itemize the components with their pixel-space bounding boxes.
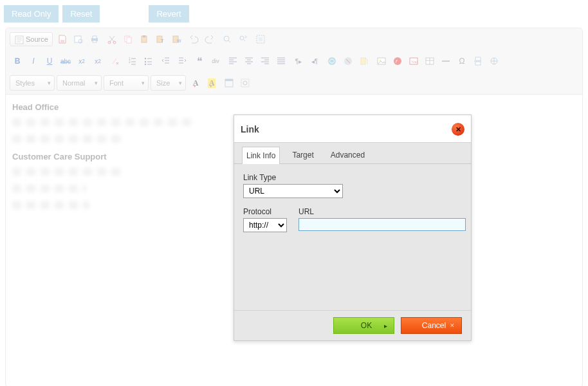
horizontal-rule-icon[interactable] <box>438 53 454 69</box>
embed-icon[interactable]: You <box>406 53 421 69</box>
head-office-heading: Head Office <box>12 102 576 112</box>
svg-text:W: W <box>177 39 181 43</box>
svg-rect-37 <box>475 57 481 60</box>
ltr-icon[interactable]: ¶▸ <box>291 53 306 69</box>
svg-point-17 <box>224 36 229 41</box>
align-justify-icon[interactable] <box>273 53 289 69</box>
svg-rect-21 <box>259 37 262 41</box>
find-icon[interactable] <box>219 32 235 47</box>
flash-icon[interactable]: f <box>390 53 405 69</box>
read-only-button[interactable]: Read Only <box>4 5 59 23</box>
tab-advanced[interactable]: Advanced <box>326 146 369 163</box>
superscript-icon[interactable]: x2 <box>90 53 106 69</box>
unlink-icon[interactable] <box>340 53 356 69</box>
blockquote-icon[interactable]: ❝ <box>192 53 207 69</box>
svg-text:You: You <box>411 60 418 64</box>
url-input[interactable] <box>299 218 466 231</box>
text-color-icon[interactable]: A▾ <box>188 75 203 91</box>
cancel-button[interactable]: Cancel <box>401 317 462 334</box>
save-icon[interactable] <box>55 32 70 47</box>
tab-target[interactable]: Target <box>288 146 318 163</box>
underline-icon[interactable]: U <box>42 53 57 69</box>
svg-rect-38 <box>475 62 481 65</box>
subscript-icon[interactable]: x2 <box>74 53 89 69</box>
svg-rect-41 <box>225 79 233 81</box>
rtl-icon[interactable]: ◂¶ <box>307 53 322 69</box>
url-label: URL <box>299 207 466 216</box>
source-button[interactable]: Source <box>10 32 53 46</box>
redo-icon[interactable] <box>202 32 217 47</box>
page-break-icon[interactable] <box>470 53 486 69</box>
close-icon[interactable]: ✕ <box>452 123 464 136</box>
anchor-icon[interactable] <box>356 53 372 69</box>
table-icon[interactable] <box>422 53 437 69</box>
bg-color-icon[interactable]: A▾ <box>204 75 219 91</box>
paste-icon[interactable] <box>136 32 152 47</box>
svg-point-26 <box>145 64 146 65</box>
indent-icon[interactable] <box>174 53 190 69</box>
revert-button[interactable]: Revert <box>149 5 188 23</box>
image-icon[interactable] <box>374 53 389 69</box>
strikethrough-icon[interactable]: abc <box>58 53 73 69</box>
paste-word-icon[interactable]: W <box>169 32 184 47</box>
svg-rect-6 <box>93 41 96 42</box>
size-label: Size <box>156 79 170 87</box>
svg-point-18 <box>240 36 244 40</box>
link-type-select[interactable]: URL <box>243 184 343 198</box>
align-center-icon[interactable] <box>241 53 257 69</box>
link-type-label: Link Type <box>243 173 462 182</box>
print-icon[interactable] <box>87 32 102 47</box>
font-select[interactable]: Font <box>104 75 149 91</box>
tab-link-info[interactable]: Link Info <box>242 147 280 164</box>
maximize-icon[interactable] <box>221 75 237 91</box>
svg-point-43 <box>243 81 247 85</box>
reset-button[interactable]: Reset <box>62 5 100 23</box>
paste-text-icon[interactable]: T <box>152 32 168 47</box>
bold-icon[interactable]: B <box>10 53 25 69</box>
size-select[interactable]: Size <box>151 75 186 91</box>
replace-icon[interactable]: b <box>235 32 251 47</box>
remove-format-icon[interactable] <box>107 53 123 69</box>
iframe-icon[interactable] <box>486 53 502 69</box>
source-icon <box>14 35 23 44</box>
format-select[interactable]: Normal <box>57 75 102 91</box>
numbered-list-icon[interactable]: 12 <box>125 53 140 69</box>
svg-text:T: T <box>161 38 164 44</box>
select-all-icon[interactable] <box>253 32 268 47</box>
text-line <box>12 168 125 176</box>
text-line <box>12 118 192 126</box>
undo-icon[interactable] <box>186 32 201 47</box>
preview-icon[interactable] <box>71 32 86 47</box>
svg-point-25 <box>145 61 146 62</box>
special-char-icon[interactable]: Ω <box>454 53 470 69</box>
show-blocks-icon[interactable] <box>237 75 253 91</box>
styles-label: Styles <box>15 79 35 87</box>
text-line <box>12 201 89 209</box>
protocol-label: Protocol <box>243 207 287 216</box>
svg-rect-1 <box>60 40 64 42</box>
align-left-icon[interactable] <box>225 53 241 69</box>
create-div-icon[interactable]: div <box>208 53 223 69</box>
italic-icon[interactable]: I <box>26 53 41 69</box>
outdent-icon[interactable] <box>158 53 174 69</box>
text-line <box>12 135 122 143</box>
svg-rect-5 <box>93 36 96 39</box>
format-label: Normal <box>62 79 85 87</box>
svg-rect-12 <box>143 35 145 37</box>
styles-select[interactable]: Styles <box>10 75 55 91</box>
bulleted-list-icon[interactable] <box>141 53 156 69</box>
font-label: Font <box>109 79 124 87</box>
copy-icon[interactable] <box>120 32 136 47</box>
link-icon[interactable] <box>324 53 340 69</box>
align-right-icon[interactable] <box>257 53 273 69</box>
ok-button[interactable]: OK <box>333 317 394 334</box>
svg-rect-29 <box>361 58 365 64</box>
cut-icon[interactable] <box>104 32 120 47</box>
svg-text:2: 2 <box>129 60 131 64</box>
svg-point-24 <box>145 58 146 59</box>
source-label: Source <box>26 35 48 43</box>
svg-rect-42 <box>241 79 249 87</box>
text-line <box>12 185 86 192</box>
svg-text:b: b <box>245 35 248 39</box>
protocol-select[interactable]: http:// <box>243 218 287 232</box>
